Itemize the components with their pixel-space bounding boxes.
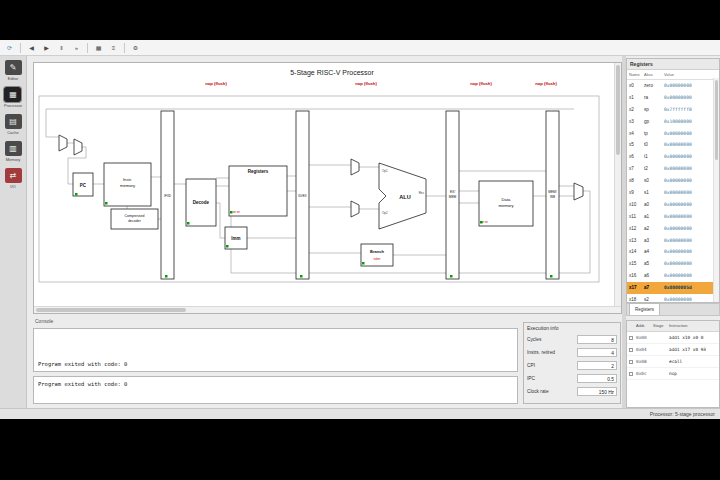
instruction-row[interactable]: 0x0c nop — [627, 368, 719, 380]
alu-component[interactable]: ALU Op1 Op2 Res — [379, 163, 426, 229]
screen: ⟳ ◀ ▶ ‖ » ▦ ≡ ⚙ ✎ Editor ▦ Processor ▤ — [0, 0, 720, 480]
register-name: x4 — [629, 128, 644, 140]
step-button[interactable]: ▶ — [40, 41, 53, 54]
alu-op2-port-label: Op2 — [382, 211, 388, 215]
register-row[interactable]: x15a50x00000000 — [627, 258, 719, 270]
reset-button[interactable]: ⟳ — [3, 41, 16, 54]
register-row[interactable]: x2sp0x7ffffff0 — [627, 104, 719, 116]
pause-button[interactable]: ‖ — [55, 41, 68, 54]
register-row[interactable]: x0zero0x00000000 — [627, 80, 719, 92]
sidebar-item-memory[interactable]: ▥ Memory — [5, 141, 22, 162]
register-name: x5 — [629, 139, 644, 151]
sidebar: ✎ Editor ▦ Processor ▤ Cache ▥ Memory ⇄ … — [0, 56, 27, 408]
display-values-button[interactable]: ≡ — [107, 41, 120, 54]
pipeline-register-exmem[interactable]: EX/ MEM — [446, 111, 459, 279]
alu-op1-mux[interactable] — [351, 159, 359, 175]
pc-mux[interactable] — [74, 139, 82, 155]
run-button[interactable]: » — [70, 41, 83, 54]
register-alias: t1 — [644, 151, 664, 163]
register-name: x14 — [629, 246, 644, 258]
column-breakpoint — [627, 321, 636, 331]
register-row[interactable]: x9s10x00000000 — [627, 187, 719, 199]
reverse-button[interactable]: ◀ — [25, 41, 38, 54]
sidebar-item-processor[interactable]: ▦ Processor — [4, 87, 22, 108]
register-row[interactable]: x6t10x00000000 — [627, 151, 719, 163]
register-row[interactable]: x12a20x00000000 — [627, 223, 719, 235]
register-alias: zero — [644, 80, 664, 92]
compressed-decoder-label: Compressed — [125, 214, 145, 218]
decode-label: Decode — [193, 200, 210, 205]
register-row[interactable]: x5t00x00000000 — [627, 139, 719, 151]
sidebar-item-cache[interactable]: ▤ Cache — [5, 114, 22, 135]
register-row[interactable]: x11a10x00000000 — [627, 211, 719, 223]
register-row[interactable]: x3gp0x10000000 — [627, 116, 719, 128]
register-value: 0x0000005d — [664, 282, 719, 294]
register-row[interactable]: x10a00x00000000 — [627, 199, 719, 211]
instr-memory-component[interactable]: Instr. memory — [104, 163, 151, 206]
flush-label: nop (flush) — [535, 81, 557, 86]
sidebar-item-io[interactable]: ⇄ I/O — [5, 168, 22, 189]
sidebar-item-label: I/O — [10, 184, 15, 189]
exec-value: 0.5 — [577, 374, 617, 383]
registers-component[interactable]: Registers wr en — [229, 166, 287, 216]
instruction-row[interactable]: 0x04 addi x17 x0 93 — [627, 344, 719, 356]
register-alias: a7 — [644, 282, 664, 294]
register-row[interactable]: x18s20x00000000 — [627, 294, 719, 303]
breakpoint-checkbox[interactable] — [629, 360, 633, 364]
register-name: x0 — [629, 80, 644, 92]
register-row[interactable]: x14a40x00000000 — [627, 246, 719, 258]
instruction-memory-column-headers: Addr. Stage Instruction — [627, 321, 719, 332]
register-value: 0x00000000 — [664, 223, 719, 235]
pipeline-register-ifid[interactable]: IF/ID — [161, 111, 174, 279]
registers-label: Registers — [248, 169, 269, 174]
branch-component[interactable]: Branch taken — [361, 244, 393, 266]
alu-label: ALU — [399, 194, 410, 200]
pipeline-register-idex[interactable]: ID/EX — [296, 111, 309, 279]
diagram-horizontal-scrollbar[interactable] — [34, 306, 621, 313]
register-row[interactable]: x13a30x00000000 — [627, 235, 719, 247]
instruction-row[interactable]: 0x00 addi x10 x0 0 — [627, 332, 719, 344]
flush-label: nop (flush) — [355, 81, 377, 86]
console-output-secondary[interactable]: Program exited with code: 0 — [33, 376, 518, 404]
pc-component[interactable]: PC — [73, 173, 93, 196]
scrollbar-thumb[interactable] — [616, 65, 620, 155]
writeback-mux[interactable] — [574, 183, 583, 200]
register-name: x11 — [629, 211, 644, 223]
sidebar-item-label: Memory — [6, 157, 20, 162]
data-memory-component[interactable]: Data memory wr en — [479, 181, 533, 226]
register-name: x9 — [629, 187, 644, 199]
breakpoint-checkbox[interactable] — [629, 372, 633, 376]
register-row[interactable]: x16a60x00000000 — [627, 270, 719, 282]
console-output[interactable]: Program exited with code: 0 — [33, 328, 518, 372]
exec-row-instrs-retired: Instrs. retired 4 — [527, 346, 617, 359]
processor-diagram: 5-Stage RISC-V Processor nop (flush) nop… — [34, 63, 621, 307]
compressed-decoder-component[interactable]: Compressed decoder — [111, 209, 158, 229]
sidebar-item-label: Processor — [4, 103, 22, 108]
pc-source-mux[interactable] — [59, 135, 67, 151]
breakpoint-checkbox[interactable] — [629, 348, 633, 352]
instruction-address: 0x08 — [636, 356, 653, 367]
exec-row-cpi: CPI 2 — [527, 359, 617, 372]
diagram-vertical-scrollbar[interactable] — [614, 63, 621, 307]
instruction-row[interactable]: 0x08 ecall — [627, 356, 719, 368]
pipeline-table-button[interactable]: ▦ — [92, 41, 105, 54]
tab-registers[interactable]: Registers — [629, 303, 660, 315]
decode-component[interactable]: Decode — [186, 179, 216, 226]
column-instruction: Instruction — [669, 321, 719, 331]
register-name: x12 — [629, 223, 644, 235]
breakpoint-checkbox[interactable] — [629, 336, 633, 340]
register-row[interactable]: x8s00x00000000 — [627, 175, 719, 187]
register-row[interactable]: x7t20x00000000 — [627, 163, 719, 175]
pipeline-register-memwb[interactable]: MEM/ WB — [546, 111, 559, 279]
alu-op2-mux[interactable] — [351, 201, 359, 217]
settings-button[interactable]: ⚙ — [129, 41, 142, 54]
memwb-label: MEM/ — [548, 190, 556, 194]
registers-scrollbar[interactable] — [713, 78, 719, 302]
scrollbar-thumb[interactable] — [715, 80, 718, 160]
sidebar-item-editor[interactable]: ✎ Editor — [5, 60, 22, 81]
scrollbar-thumb[interactable] — [36, 308, 186, 312]
register-row[interactable]: x1ra0x00000000 — [627, 92, 719, 104]
register-row[interactable]: x4tp0x00000000 — [627, 128, 719, 140]
register-row-highlighted[interactable]: x17a70x0000005d — [627, 282, 719, 294]
alu-res-port-label: Res — [419, 191, 425, 195]
